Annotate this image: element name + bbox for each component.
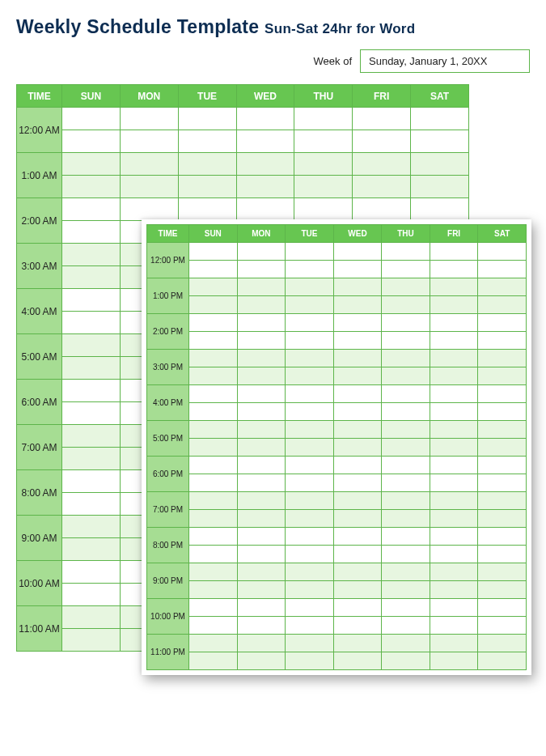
schedule-cell[interactable] xyxy=(237,332,286,350)
schedule-cell[interactable] xyxy=(333,421,382,439)
schedule-cell[interactable] xyxy=(236,108,294,130)
schedule-cell[interactable] xyxy=(478,652,527,670)
schedule-cell[interactable] xyxy=(430,635,478,652)
schedule-cell[interactable] xyxy=(478,314,527,332)
schedule-cell[interactable] xyxy=(382,314,430,332)
schedule-cell[interactable] xyxy=(478,278,527,296)
schedule-cell[interactable] xyxy=(237,510,286,528)
schedule-cell[interactable] xyxy=(382,278,430,296)
schedule-cell[interactable] xyxy=(237,457,286,474)
schedule-cell[interactable] xyxy=(236,176,294,198)
schedule-cell[interactable] xyxy=(430,546,478,563)
schedule-cell[interactable] xyxy=(286,492,334,510)
schedule-cell[interactable] xyxy=(62,198,121,221)
schedule-cell[interactable] xyxy=(333,457,382,474)
schedule-cell[interactable] xyxy=(189,563,238,581)
schedule-cell[interactable] xyxy=(286,332,334,350)
schedule-cell[interactable] xyxy=(189,350,238,367)
schedule-cell[interactable] xyxy=(286,403,334,421)
schedule-cell[interactable] xyxy=(286,314,334,332)
schedule-cell[interactable] xyxy=(382,243,430,261)
schedule-cell[interactable] xyxy=(333,546,382,563)
schedule-cell[interactable] xyxy=(382,421,430,439)
schedule-cell[interactable] xyxy=(237,492,286,510)
schedule-cell[interactable] xyxy=(62,334,121,357)
schedule-cell[interactable] xyxy=(382,261,430,278)
schedule-cell[interactable] xyxy=(333,332,382,350)
schedule-cell[interactable] xyxy=(430,385,478,403)
schedule-cell[interactable] xyxy=(120,108,178,130)
schedule-cell[interactable] xyxy=(430,367,478,385)
schedule-cell[interactable] xyxy=(189,296,238,314)
schedule-cell[interactable] xyxy=(411,198,469,221)
schedule-cell[interactable] xyxy=(478,332,527,350)
schedule-cell[interactable] xyxy=(478,546,527,563)
schedule-cell[interactable] xyxy=(189,510,238,528)
schedule-cell[interactable] xyxy=(430,652,478,670)
schedule-cell[interactable] xyxy=(382,296,430,314)
schedule-cell[interactable] xyxy=(62,312,121,334)
schedule-cell[interactable] xyxy=(237,635,286,652)
schedule-cell[interactable] xyxy=(333,617,382,635)
schedule-cell[interactable] xyxy=(333,510,382,528)
schedule-cell[interactable] xyxy=(62,402,121,425)
schedule-cell[interactable] xyxy=(62,289,121,312)
schedule-cell[interactable] xyxy=(411,130,469,153)
schedule-cell[interactable] xyxy=(411,176,469,198)
schedule-cell[interactable] xyxy=(353,108,411,130)
schedule-cell[interactable] xyxy=(62,130,121,153)
schedule-cell[interactable] xyxy=(382,581,430,599)
schedule-cell[interactable] xyxy=(62,380,121,402)
schedule-cell[interactable] xyxy=(286,528,334,546)
schedule-cell[interactable] xyxy=(62,357,121,380)
schedule-cell[interactable] xyxy=(62,606,121,629)
schedule-cell[interactable] xyxy=(286,421,334,439)
schedule-cell[interactable] xyxy=(382,367,430,385)
week-of-value[interactable]: Sunday, January 1, 20XX xyxy=(360,49,530,73)
schedule-cell[interactable] xyxy=(478,421,527,439)
schedule-cell[interactable] xyxy=(294,198,353,221)
schedule-cell[interactable] xyxy=(478,439,527,457)
schedule-cell[interactable] xyxy=(178,130,236,153)
schedule-cell[interactable] xyxy=(189,652,238,670)
schedule-cell[interactable] xyxy=(120,153,178,176)
schedule-cell[interactable] xyxy=(189,635,238,652)
schedule-cell[interactable] xyxy=(286,599,334,617)
schedule-cell[interactable] xyxy=(286,652,334,670)
schedule-cell[interactable] xyxy=(236,130,294,153)
schedule-cell[interactable] xyxy=(294,130,353,153)
schedule-cell[interactable] xyxy=(430,296,478,314)
schedule-cell[interactable] xyxy=(430,457,478,474)
schedule-cell[interactable] xyxy=(286,439,334,457)
schedule-cell[interactable] xyxy=(237,528,286,546)
schedule-cell[interactable] xyxy=(478,367,527,385)
schedule-cell[interactable] xyxy=(286,457,334,474)
schedule-cell[interactable] xyxy=(62,629,121,652)
schedule-cell[interactable] xyxy=(333,563,382,581)
schedule-cell[interactable] xyxy=(178,108,236,130)
schedule-cell[interactable] xyxy=(333,599,382,617)
schedule-cell[interactable] xyxy=(382,510,430,528)
schedule-cell[interactable] xyxy=(237,421,286,439)
schedule-cell[interactable] xyxy=(382,439,430,457)
schedule-cell[interactable] xyxy=(333,528,382,546)
schedule-cell[interactable] xyxy=(333,474,382,492)
schedule-cell[interactable] xyxy=(430,314,478,332)
schedule-cell[interactable] xyxy=(62,108,121,130)
schedule-cell[interactable] xyxy=(411,153,469,176)
schedule-cell[interactable] xyxy=(237,243,286,261)
schedule-cell[interactable] xyxy=(411,108,469,130)
schedule-cell[interactable] xyxy=(189,528,238,546)
schedule-cell[interactable] xyxy=(478,635,527,652)
schedule-cell[interactable] xyxy=(478,492,527,510)
schedule-cell[interactable] xyxy=(178,176,236,198)
schedule-cell[interactable] xyxy=(430,617,478,635)
schedule-cell[interactable] xyxy=(62,470,121,493)
schedule-cell[interactable] xyxy=(237,581,286,599)
schedule-cell[interactable] xyxy=(237,314,286,332)
schedule-cell[interactable] xyxy=(430,278,478,296)
schedule-cell[interactable] xyxy=(294,176,353,198)
schedule-cell[interactable] xyxy=(62,493,121,516)
schedule-cell[interactable] xyxy=(333,261,382,278)
schedule-cell[interactable] xyxy=(286,581,334,599)
